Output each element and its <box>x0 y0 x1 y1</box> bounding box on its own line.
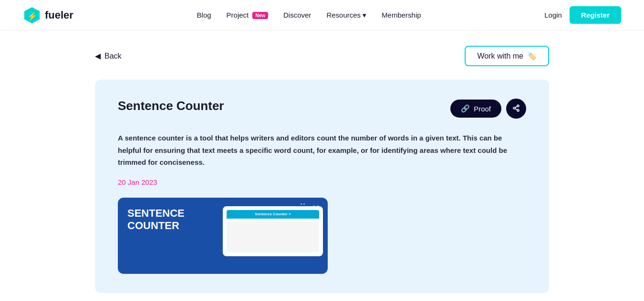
logo-icon: ⚡ <box>23 6 41 24</box>
link-icon: 🔗 <box>461 104 470 113</box>
back-link[interactable]: ◀ Back <box>95 51 122 60</box>
chevron-down-icon: ▾ <box>363 11 366 20</box>
logo[interactable]: ⚡ fueler <box>23 6 73 24</box>
work-with-me-label: Work with me <box>477 52 523 60</box>
nav-item-membership[interactable]: Membership <box>382 11 421 20</box>
work-with-me-button[interactable]: Work with me 🏷️ <box>465 46 549 66</box>
back-label: Back <box>104 52 122 60</box>
image-title-line2: COUNTER <box>127 220 185 232</box>
new-badge: New <box>252 12 268 19</box>
card-header: Sentence Counter 🔗 Proof <box>118 99 526 119</box>
work-with-me-emoji: 🏷️ <box>527 51 537 60</box>
image-title-line1: SENTENCE <box>127 207 185 220</box>
image-title-text: SENTENCE COUNTER <box>127 207 185 232</box>
svg-text:⚡: ⚡ <box>27 11 38 21</box>
back-arrow-icon: ◀ <box>95 51 101 60</box>
nav-item-blog[interactable]: Blog <box>197 11 211 20</box>
nav-item-resources[interactable]: Resources ▾ <box>326 11 366 20</box>
card-description: A sentence counter is a tool that helps … <box>118 132 526 169</box>
nav-item-discover[interactable]: Discover <box>283 11 311 20</box>
proof-label: Proof <box>474 105 491 113</box>
card-title: Sentence Counter <box>118 99 224 113</box>
screenshot-bar: Sentence Counter × <box>227 210 319 219</box>
nav-link-project[interactable]: Project New <box>227 11 268 19</box>
login-button[interactable]: Login <box>544 11 562 19</box>
nav-right: Login Register <box>544 6 621 24</box>
proof-button[interactable]: 🔗 Proof <box>450 100 501 118</box>
nav-item-project[interactable]: Project New <box>227 11 268 20</box>
screenshot-bar-text: Sentence Counter × <box>255 212 291 216</box>
nav-link-membership[interactable]: Membership <box>382 11 421 19</box>
app-screenshot: Sentence Counter × <box>223 206 323 256</box>
share-button[interactable] <box>506 99 526 119</box>
nav-link-discover[interactable]: Discover <box>283 11 311 19</box>
nav-link-resources[interactable]: Resources ▾ <box>326 11 366 20</box>
project-card: Sentence Counter 🔗 Proof <box>95 80 549 293</box>
nav-links: Blog Project New Discover Resources ▾ Me… <box>197 11 421 20</box>
screenshot-body <box>227 221 319 252</box>
navbar: ⚡ fueler Blog Project New Discover Resou… <box>0 0 644 30</box>
top-bar: ◀ Back Work with me 🏷️ <box>95 46 549 66</box>
svg-line-5 <box>515 109 518 110</box>
svg-line-6 <box>515 106 518 108</box>
register-button[interactable]: Register <box>570 6 621 24</box>
card-actions: 🔗 Proof <box>450 99 526 119</box>
card-date: 20 Jan 2023 <box>118 178 526 186</box>
main-content: ◀ Back Work with me 🏷️ Sentence Counter … <box>83 30 561 301</box>
project-image: SENTENCE COUNTER Sentence Counter × <box>118 198 328 274</box>
nav-link-blog[interactable]: Blog <box>197 11 211 19</box>
share-icon <box>512 104 520 113</box>
logo-text: fueler <box>45 9 73 21</box>
